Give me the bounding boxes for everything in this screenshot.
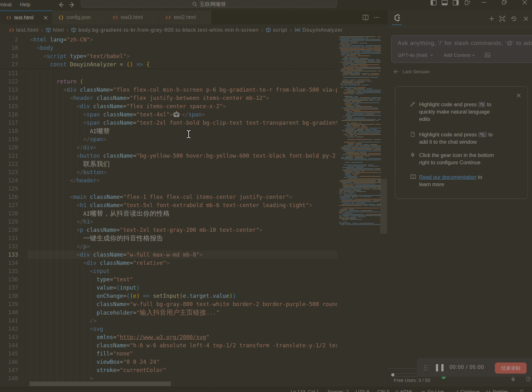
customize-layout-icon[interactable] xyxy=(464,0,472,7)
code-line-147: 147 stroke="currentColor" xyxy=(0,366,337,374)
code-editor[interactable]: 111112 return (113 <div className="flex … xyxy=(0,36,387,386)
restore-icon[interactable] xyxy=(500,0,509,6)
status-item-UTF-8[interactable]: UTF-8 xyxy=(356,387,369,392)
split-editor-icon[interactable] xyxy=(362,14,369,21)
pause-icon[interactable] xyxy=(436,364,438,371)
code-text: stroke="currentColor" xyxy=(30,366,166,374)
html-file-icon xyxy=(113,15,118,20)
close-tips-icon[interactable] xyxy=(516,93,521,98)
drag-handle-icon[interactable] xyxy=(425,365,427,370)
minimize-icon[interactable] xyxy=(480,0,488,6)
command-center-search[interactable]: 互联网嘴替 xyxy=(81,0,337,8)
code-text: <p className="text-2xl text-gray-200 mb-… xyxy=(30,226,263,234)
attach-image-icon[interactable] xyxy=(484,52,490,58)
code-line-139: 139 className="w-full bg-gray-800 text-w… xyxy=(0,300,337,308)
code-line-114: 114 <header className="flex justify-betw… xyxy=(0,94,337,102)
breadcrumb-item[interactable]: script xyxy=(266,27,287,33)
line-number: 27 xyxy=(0,60,18,69)
model-selector[interactable]: GPT-4o (trial) xyxy=(398,52,427,58)
breadcrumb-item[interactable]: DouyinAnalyzer xyxy=(295,27,343,33)
code-line-119: 119 </span> xyxy=(0,135,337,143)
more-actions-icon[interactable] xyxy=(373,14,380,21)
help-icon[interactable] xyxy=(526,376,531,382)
code-line-146: 146 viewBox="0 0 24 24" xyxy=(0,358,337,366)
code-text: <span className="text-2xl font-bold bg-c… xyxy=(30,119,337,127)
code-line-18: 18 <body xyxy=(0,44,337,52)
close-panel-icon[interactable] xyxy=(523,16,529,22)
code-line-127: 127 <h1 className="text-5xl font-extrabo… xyxy=(0,201,337,209)
tips-card: Highlight code and press ^I to quickly m… xyxy=(395,86,528,199)
html-icon xyxy=(9,28,14,32)
free-uses-progress-knob[interactable] xyxy=(391,373,394,376)
continue-panel: Ask anything, '/' for slash commands, '@… xyxy=(387,10,532,386)
line-number: 117 xyxy=(0,119,18,127)
close-window-icon[interactable] xyxy=(521,0,529,6)
last-session-link[interactable]: Last Session xyxy=(393,69,430,74)
close-tab-icon[interactable] xyxy=(43,15,48,20)
breadcrumb-item[interactable]: html xyxy=(46,27,64,33)
code-text: <div className="flex items-center space-… xyxy=(30,102,226,110)
status-label: CRLF xyxy=(377,387,390,392)
add-context-button[interactable]: Add Context + xyxy=(444,52,475,58)
menu-item-help[interactable]: Help xyxy=(20,0,30,10)
pause-icon-bar2[interactable] xyxy=(441,364,444,371)
breadcrumb-item[interactable]: test.html xyxy=(9,27,38,33)
tab-bar: test.html{}config.jsontest3.htmltest2.ht… xyxy=(0,10,387,24)
status-item-bell[interactable] xyxy=(519,387,524,392)
line-number: 144 xyxy=(0,341,18,350)
status-label: Ln 133, Col 1 xyxy=(291,387,319,392)
toggle-panel-icon[interactable] xyxy=(441,0,449,7)
code-line-125: 125 xyxy=(0,185,337,193)
status-item-Continue[interactable]: Continue xyxy=(454,387,479,392)
code-text: <html lang="zh-CN"> xyxy=(30,36,93,44)
chat-input-box[interactable]: Ask anything, '/' for slash commands, '@… xyxy=(391,35,532,63)
tab-test2.html[interactable]: test2.html xyxy=(159,10,211,24)
status-item-Prettier[interactable]: Prettier xyxy=(484,387,508,392)
menu-item-terminal[interactable]: Terminal xyxy=(0,0,11,10)
nav-forward-icon[interactable] xyxy=(68,0,77,10)
status-item-HTML[interactable]: {}HTML xyxy=(395,387,413,392)
code-text: 联系我们 xyxy=(30,160,110,168)
code-line-113: 113 <div className="flex flex-col min-h-… xyxy=(0,86,337,94)
code-text: type="text" xyxy=(30,275,133,284)
stop-recording-button[interactable]: 结束录制 xyxy=(495,363,527,374)
minimap[interactable] xyxy=(337,36,383,386)
dblcheck-icon xyxy=(484,389,491,392)
code-text: xmlns="http://www.w3.org/2000/svg" xyxy=(30,333,209,341)
fullscreen-icon[interactable] xyxy=(499,16,505,22)
code-line-136: 136 type="text" xyxy=(0,275,337,284)
history-icon[interactable] xyxy=(511,16,517,22)
status-item-CRLF[interactable]: CRLF xyxy=(377,387,390,392)
tab-test3.html[interactable]: test3.html xyxy=(107,10,159,24)
vertical-scrollbar[interactable] xyxy=(380,179,387,234)
new-session-icon[interactable] xyxy=(489,16,495,22)
breadcrumb-item[interactable]: body.bg-gradient-to-br.from-gray-900.to-… xyxy=(71,27,258,33)
status-item-Ln 133, Col 1[interactable]: Ln 133, Col 1 xyxy=(291,387,319,392)
tab-config.json[interactable]: {}config.json xyxy=(52,10,107,24)
code-line-137: 137 value={input} xyxy=(0,284,337,292)
free-uses-label: Free Uses: 3 / 50 xyxy=(394,377,430,383)
nav-back-icon[interactable] xyxy=(56,0,66,10)
status-item-Spaces: 2[interactable]: Spaces: 2 xyxy=(328,387,349,392)
continue-logo-icon[interactable] xyxy=(393,14,402,22)
panel-gear-icon[interactable] xyxy=(510,377,516,382)
line-number: 120 xyxy=(0,143,18,152)
line-number: 143 xyxy=(0,333,18,341)
status-item-Go Live[interactable]: Go Live xyxy=(421,387,444,392)
tab-test.html[interactable]: test.html xyxy=(0,10,52,24)
line-number: 142 xyxy=(0,325,18,333)
line-number: 112 xyxy=(0,77,18,86)
horizontal-scrollbar[interactable] xyxy=(29,382,171,386)
line-number: 122 xyxy=(0,160,18,168)
search-icon xyxy=(192,2,198,7)
toggle-secondary-sidebar-icon[interactable] xyxy=(452,0,460,7)
toggle-primary-sidebar-icon[interactable] xyxy=(430,0,438,7)
breadcrumb-separator: › xyxy=(67,28,68,33)
status-bar: Ln 133, Col 1Spaces: 2UTF-8CRLF{}HTMLGo … xyxy=(0,387,532,392)
code-line-27: 27 const DouyinAnalyzer = () => { xyxy=(0,60,337,69)
golive-icon xyxy=(421,389,426,392)
documentation-link[interactable]: Read our documentation xyxy=(419,174,477,180)
code-line-140: 140 placeholder="输入抖音用户主页链接..." xyxy=(0,308,337,317)
file-icon xyxy=(410,132,415,137)
tab-label: test2.html xyxy=(174,15,196,20)
